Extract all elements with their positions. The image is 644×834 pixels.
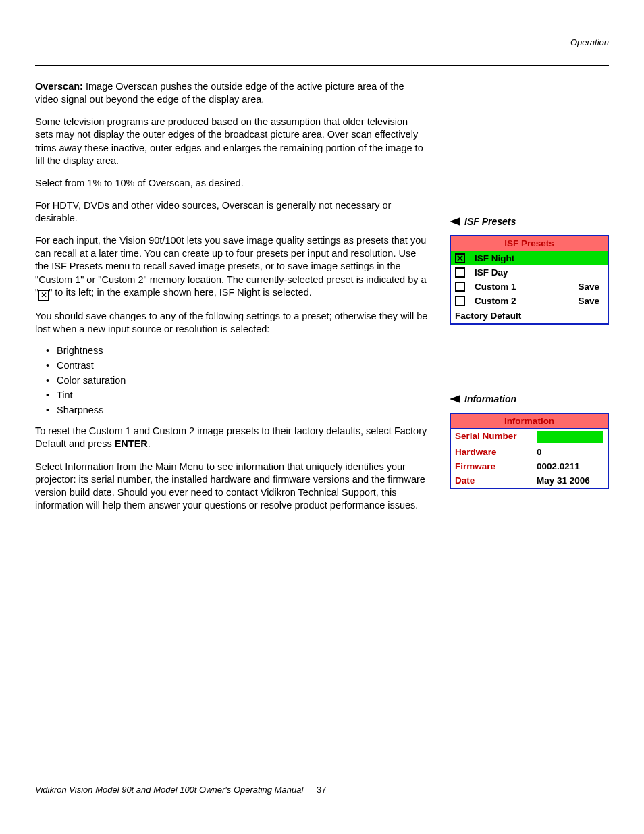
list-item: Contrast (46, 360, 428, 371)
list-item: Color saturation (46, 375, 428, 386)
save-action[interactable]: Save (578, 282, 603, 292)
paragraph-overscan: Overscan: Image Overscan pushes the outs… (35, 80, 428, 106)
menu-title: Information (451, 414, 608, 429)
triangle-left-icon (450, 395, 460, 403)
menu-row-custom2[interactable]: Custom 2 Save (451, 294, 608, 308)
isf-presets-menu: ISF Presets ✕ ISF Night ISF Day Custom 1… (450, 235, 609, 325)
info-row-serial: Serial Number (451, 429, 608, 445)
main-column: Overscan: Image Overscan pushes the outs… (35, 80, 428, 521)
paragraph-isf: For each input, the Vision 90t/100t lets… (35, 234, 428, 301)
header-rule (35, 65, 609, 66)
svg-marker-0 (450, 217, 460, 226)
settings-list: Brightness Contrast Color saturation Tin… (46, 345, 428, 415)
page-number: 37 (317, 785, 326, 795)
overscan-text: Image Overscan pushes the outside edge o… (35, 81, 404, 105)
checkbox-checked-icon: ✕ (455, 253, 465, 263)
info-row-date: Date May 31 2006 (451, 473, 608, 488)
paragraph-reset: To reset the Custom 1 and Custom 2 image… (35, 425, 428, 450)
menu-row-factory-default[interactable]: Factory Default (451, 308, 608, 323)
menu-row-isf-day[interactable]: ISF Day (451, 265, 608, 280)
menu-row-isf-night[interactable]: ✕ ISF Night (451, 251, 608, 265)
paragraph: Select from 1% to 10% of Overscan, as de… (35, 177, 428, 190)
menu-title: ISF Presets (451, 236, 608, 251)
svg-marker-1 (450, 395, 460, 403)
checkbox-icon (455, 296, 465, 306)
section-name: Operation (570, 37, 609, 47)
information-menu: Information Serial Number Hardware 0 Fir… (450, 413, 609, 489)
information-heading: Information (450, 394, 609, 405)
info-row-firmware: Firmware 0002.0211 (451, 459, 608, 473)
running-header: Operation (35, 37, 609, 47)
checkbox-icon (455, 282, 465, 292)
sidebar-column: ISF Presets ISF Presets ✕ ISF Night ISF … (450, 80, 609, 521)
page-footer: Vidikron Vision Model 90t and Model 100t… (35, 785, 326, 795)
list-item: Sharpness (46, 405, 428, 415)
triangle-left-icon (450, 217, 460, 226)
paragraph-information: Select Information from the Main Menu to… (35, 461, 428, 513)
checkbox-icon (455, 267, 465, 278)
list-item: Tint (46, 390, 428, 400)
list-item: Brightness (46, 345, 428, 356)
save-action[interactable]: Save (578, 296, 603, 306)
menu-row-custom1[interactable]: Custom 1 Save (451, 280, 608, 294)
paragraph: For HDTV, DVDs and other video sources, … (35, 199, 428, 225)
paragraph: Some television programs are produced ba… (35, 115, 428, 167)
isf-presets-heading: ISF Presets (450, 216, 609, 227)
paragraph: You should save changes to any of the fo… (35, 310, 428, 336)
footer-text: Vidikron Vision Model 90t and Model 100t… (35, 785, 303, 795)
info-row-hardware: Hardware 0 (451, 445, 608, 459)
serial-value-highlight (537, 431, 603, 443)
overscan-heading: Overscan: (35, 81, 83, 92)
checked-box-icon: ✕ (38, 290, 49, 301)
